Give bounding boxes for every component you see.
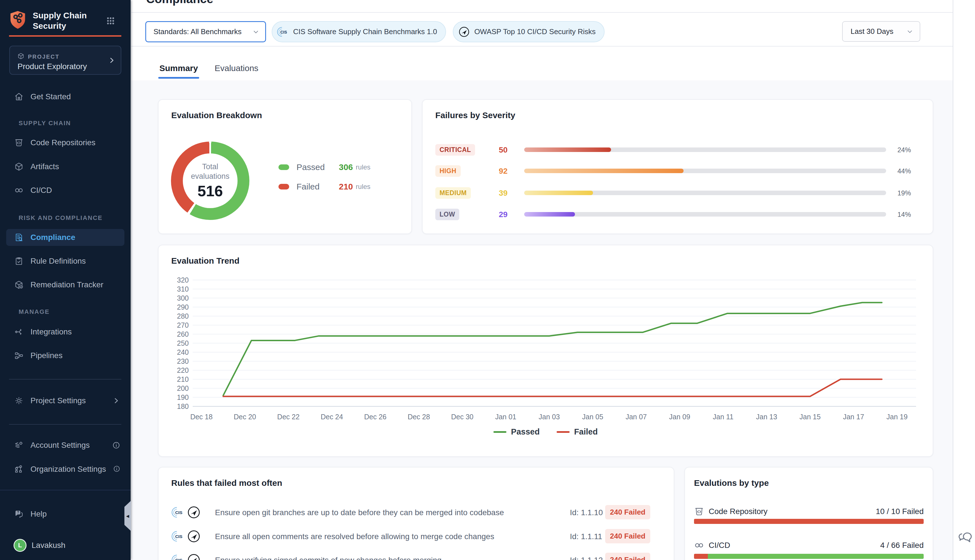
evaluations-by-type-card: Evalutions by type Code Repository 10 / … <box>685 467 933 560</box>
owasp-logo-icon <box>187 529 201 543</box>
evaluation-trend-card: Evaluation Trend 32031030029028027026025… <box>158 245 933 457</box>
failures-by-severity-card: Failures by Severity CRITICAL 50 24% HIG… <box>422 99 933 234</box>
legend-item-failed: Failed <box>557 427 598 437</box>
cis-logo-icon: CIS <box>277 26 289 38</box>
rule-row[interactable]: CIS Ensure all open comments are resolve… <box>159 528 674 545</box>
standards-filter-select[interactable]: Standards: All Benchmarks <box>145 21 266 42</box>
chip-owasp-benchmark[interactable]: OWASP Top 10 CI/CD Security Risks <box>453 21 604 42</box>
chip-label: OWASP Top 10 CI/CD Security Risks <box>474 27 596 36</box>
chip-cis-benchmark[interactable]: CIS CIS Software Supply Chain Benchmarks… <box>272 21 446 42</box>
sidebar-item-label: Code Repositories <box>30 138 95 147</box>
svg-text:210: 210 <box>177 375 189 383</box>
sidebar-item-artifacts[interactable]: Artifacts <box>0 158 130 175</box>
chat-widget-icon[interactable] <box>958 530 973 545</box>
sidebar-item-rule-definitions[interactable]: Rule Definitions <box>0 253 130 270</box>
svg-text:Jan 19: Jan 19 <box>887 413 908 421</box>
severity-badge: LOW <box>435 209 459 220</box>
svg-text:Dec 28: Dec 28 <box>407 413 430 421</box>
severity-badge: MEDIUM <box>435 187 471 199</box>
svg-text:190: 190 <box>177 393 189 401</box>
org-chart-icon <box>14 464 24 474</box>
tab-evaluations[interactable]: Evaluations <box>214 58 259 79</box>
rule-text: Ensure all open comments are resolved be… <box>215 532 494 541</box>
svg-text:Dec 18: Dec 18 <box>190 413 212 421</box>
owasp-logo-icon <box>187 553 201 560</box>
card-title: Evaluation Breakdown <box>171 110 262 120</box>
type-value: 4 / 66 Failed <box>880 541 924 550</box>
svg-text:Dec 24: Dec 24 <box>321 413 343 421</box>
severity-badge: CRITICAL <box>435 144 475 156</box>
chevron-right-icon <box>112 397 120 405</box>
sidebar-item-code-repositories[interactable]: Code Repositories <box>0 134 130 151</box>
severity-percent: 44% <box>897 167 911 175</box>
sidebar-item-label: Get Started <box>30 92 71 101</box>
rule-row[interactable]: CIS Ensure verifying signed commits of n… <box>159 552 674 560</box>
sidebar-item-remediation-tracker[interactable]: Remediation Tracker <box>0 276 130 293</box>
sidebar-item-project-settings[interactable]: Project Settings <box>0 392 130 409</box>
sidebar-item-label: Rule Definitions <box>30 257 86 266</box>
severity-bar <box>524 147 886 152</box>
date-range-select[interactable]: Last 30 Days <box>842 21 920 42</box>
svg-text:250: 250 <box>177 339 189 347</box>
avatar: L <box>13 539 27 552</box>
tab-bar: Summary Evaluations <box>159 58 259 79</box>
severity-percent: 14% <box>897 211 911 218</box>
app-grid-icon[interactable] <box>106 17 115 25</box>
owasp-logo-icon <box>458 26 470 38</box>
severity-count: 29 <box>499 210 508 219</box>
sidebar-item-label: Compliance <box>30 233 75 242</box>
rule-id: Id: 1.1.11 <box>570 532 602 541</box>
sidebar-item-label: Pipelines <box>30 351 63 360</box>
sidebar-item-pipelines[interactable]: Pipelines <box>0 347 130 364</box>
sidebar-item-compliance[interactable]: Compliance <box>6 229 124 246</box>
passed-line-swatch <box>493 431 506 433</box>
project-selector[interactable]: PROJECT Product Exploratory <box>9 46 121 75</box>
compliance-document-icon <box>14 233 24 242</box>
donut-center-label: Total evaluations <box>186 162 234 181</box>
unit-label: rules <box>356 183 371 191</box>
severity-percent: 19% <box>897 189 911 197</box>
tab-summary[interactable]: Summary <box>159 58 199 79</box>
sidebar-item-account-settings[interactable]: Account Settings <box>0 437 130 454</box>
info-icon[interactable] <box>112 441 120 450</box>
type-bar <box>694 519 924 524</box>
sidebar-item-label: CI/CD <box>30 186 52 195</box>
sidebar-item-organization-settings[interactable]: Organization Settings <box>0 461 130 478</box>
sidebar-item-label: Artifacts <box>30 162 59 171</box>
svg-text:Jan 15: Jan 15 <box>800 413 821 421</box>
sidebar-item-help[interactable]: ? Help <box>0 506 130 522</box>
cis-logo-icon: CIS <box>171 530 185 543</box>
chevron-down-icon <box>252 28 260 35</box>
project-label: PROJECT <box>28 53 60 60</box>
rule-icons: CIS <box>171 553 201 560</box>
chevron-right-icon <box>108 57 116 64</box>
info-icon[interactable] <box>113 465 120 473</box>
sidebar-item-integrations[interactable]: Integrations <box>0 323 130 340</box>
rules-failed-card: Rules that failed most often CIS Ensure … <box>158 467 674 560</box>
rule-text: Ensure open git branches are up to date … <box>215 508 504 517</box>
chevron-down-icon <box>906 28 913 35</box>
svg-text:270: 270 <box>177 321 189 329</box>
sidebar-item-user[interactable]: L Lavakush <box>0 537 130 554</box>
rule-failed-badge: 240 Failed <box>605 529 650 543</box>
svg-text:320: 320 <box>177 276 189 284</box>
svg-text:Jan 07: Jan 07 <box>626 413 647 421</box>
divider <box>9 379 121 380</box>
sidebar-item-get-started[interactable]: Get Started <box>0 88 130 105</box>
svg-text:290: 290 <box>177 303 189 311</box>
rule-row[interactable]: CIS Ensure open git branches are up to d… <box>159 504 674 521</box>
rule-icons: CIS <box>171 505 201 520</box>
sidebar-item-cicd[interactable]: CI/CD <box>0 182 130 199</box>
infinity-icon <box>14 185 24 195</box>
pipelines-icon <box>14 351 24 360</box>
app-title: Supply Chain Security <box>33 10 92 31</box>
sidebar-item-label: Project Settings <box>30 396 86 405</box>
type-label: CI/CD <box>709 541 730 550</box>
svg-text:300: 300 <box>177 294 189 302</box>
owasp-logo-icon <box>187 505 201 520</box>
severity-percent: 24% <box>897 146 911 154</box>
svg-text:CIS: CIS <box>175 510 182 515</box>
failed-legend-pill <box>279 184 289 190</box>
legend-row-passed: Passed 306 rules <box>279 162 371 173</box>
sidebar-item-label: Remediation Tracker <box>30 280 103 289</box>
